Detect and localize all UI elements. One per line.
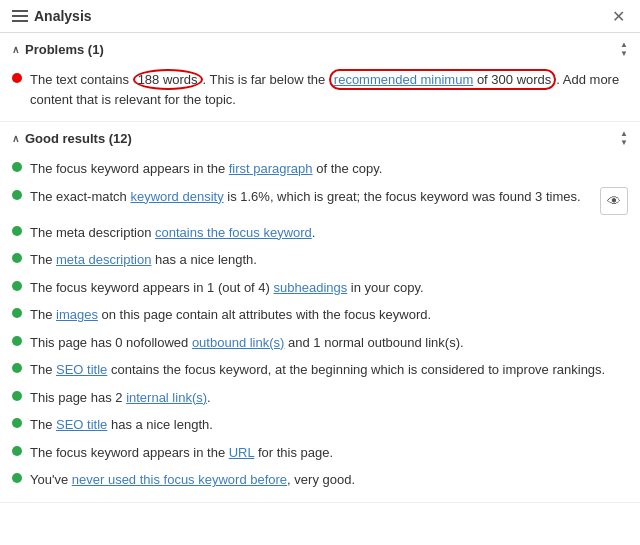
good-dot-8 [12,391,22,401]
good-results-title-text: Good results (12) [25,131,132,146]
good-item-8: This page has 2 internal link(s). [12,384,628,412]
good-dot-0 [12,162,22,172]
good-item-text-10: The focus keyword appears in the URL for… [30,443,333,463]
recommended-minimum-link[interactable]: recommended minimum [334,72,473,87]
words-highlight: 188 words [133,69,203,90]
good-item-text-6: This page has 0 nofollowed outbound link… [30,333,464,353]
good-item-text-4: The focus keyword appears in 1 (out of 4… [30,278,424,298]
problems-section-content: The text contains 188 words. This is far… [0,66,640,121]
subheadings-link[interactable]: subheadings [274,280,348,295]
scroll-down-arrow[interactable]: ▼ [620,50,628,58]
page-header: Analysis ✕ [0,0,640,33]
page-title: Analysis [34,8,92,24]
problems-section-header[interactable]: ∧ Problems (1) ▲ ▼ [0,33,640,66]
problems-scroll-arrows[interactable]: ▲ ▼ [620,41,628,58]
contains-focus-keyword-link[interactable]: contains the focus keyword [155,225,312,240]
problems-section: ∧ Problems (1) ▲ ▼ The text contains 188… [0,33,640,122]
good-item-9: The SEO title has a nice length. [12,411,628,439]
good-item-text-1: The exact-match keyword density is 1.6%,… [30,187,581,207]
good-item-3: The meta description has a nice length. [12,246,628,274]
good-dot-10 [12,446,22,456]
hamburger-icon[interactable] [12,10,28,22]
first-paragraph-link[interactable]: first paragraph [229,161,313,176]
problems-title-text: Problems (1) [25,42,104,57]
good-item-text-5: The images on this page contain alt attr… [30,305,431,325]
good-results-section-header[interactable]: ∧ Good results (12) ▲ ▼ [0,122,640,155]
url-link[interactable]: URL [229,445,255,460]
good-dot-3 [12,253,22,263]
good-item-10: The focus keyword appears in the URL for… [12,439,628,467]
good-scroll-down-arrow[interactable]: ▼ [620,139,628,147]
internal-links-link[interactable]: internal link(s) [126,390,207,405]
good-item-text-0: The focus keyword appears in the first p… [30,159,382,179]
good-item-text-7: The SEO title contains the focus keyword… [30,360,605,380]
outbound-links-link[interactable]: outbound link(s) [192,335,285,350]
good-item-2: The meta description contains the focus … [12,219,628,247]
problem-dot-red [12,73,22,83]
good-item-1: The exact-match keyword density is 1.6%,… [12,183,628,219]
images-link[interactable]: images [56,307,98,322]
good-item-text-2: The meta description contains the focus … [30,223,315,243]
good-item-4: The focus keyword appears in 1 (out of 4… [12,274,628,302]
header-title-group: Analysis [12,8,92,24]
good-results-scroll-arrows[interactable]: ▲ ▼ [620,130,628,147]
good-item-text-8: This page has 2 internal link(s). [30,388,211,408]
problems-chevron: ∧ [12,44,19,55]
good-results-section: ∧ Good results (12) ▲ ▼ The focus keywor… [0,122,640,503]
problems-title: ∧ Problems (1) [12,42,104,57]
good-dot-5 [12,308,22,318]
good-item-0: The focus keyword appears in the first p… [12,155,628,183]
eye-button-1[interactable]: 👁 [600,187,628,215]
good-results-section-content: The focus keyword appears in the first p… [0,155,640,502]
problem-item-text: The text contains 188 words. This is far… [30,70,628,109]
close-icon[interactable]: ✕ [608,6,628,26]
never-used-keyword-link[interactable]: never used this focus keyword before [72,472,287,487]
good-dot-11 [12,473,22,483]
good-item-5: The images on this page contain alt attr… [12,301,628,329]
good-item-text-3: The meta description has a nice length. [30,250,257,270]
seo-title-link-7[interactable]: SEO title [56,362,107,377]
good-item-text-11: You've never used this focus keyword bef… [30,470,355,490]
keyword-density-link[interactable]: keyword density [130,189,223,204]
good-item-11: You've never used this focus keyword bef… [12,466,628,494]
problem-item-words: The text contains 188 words. This is far… [12,66,628,113]
eye-icon-1: 👁 [607,193,621,209]
good-item-6: This page has 0 nofollowed outbound link… [12,329,628,357]
good-dot-4 [12,281,22,291]
meta-description-link[interactable]: meta description [56,252,151,267]
problem-text-mid1: . This is far below the [203,72,329,87]
good-item-text-9: The SEO title has a nice length. [30,415,213,435]
good-results-title: ∧ Good results (12) [12,131,132,146]
good-dot-2 [12,226,22,236]
good-dot-6 [12,336,22,346]
problem-text-pre: The text contains [30,72,133,87]
good-dot-1 [12,190,22,200]
good-dot-7 [12,363,22,373]
good-results-chevron: ∧ [12,133,19,144]
good-scroll-up-arrow[interactable]: ▲ [620,130,628,138]
problem-text-mid2: of 300 words [473,72,551,87]
recommended-highlight: recommended minimum of 300 words [329,69,556,90]
good-item-7: The SEO title contains the focus keyword… [12,356,628,384]
good-dot-9 [12,418,22,428]
scroll-up-arrow[interactable]: ▲ [620,41,628,49]
seo-title-link-9[interactable]: SEO title [56,417,107,432]
